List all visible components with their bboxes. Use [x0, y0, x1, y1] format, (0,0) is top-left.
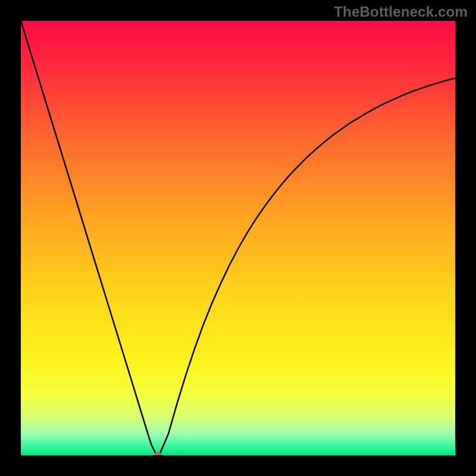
chart-frame: TheBottleneck.com — [0, 0, 476, 476]
gradient-background — [21, 21, 455, 455]
watermark-text: TheBottleneck.com — [334, 4, 468, 20]
chart-svg — [21, 21, 455, 455]
plot-area — [21, 21, 455, 455]
